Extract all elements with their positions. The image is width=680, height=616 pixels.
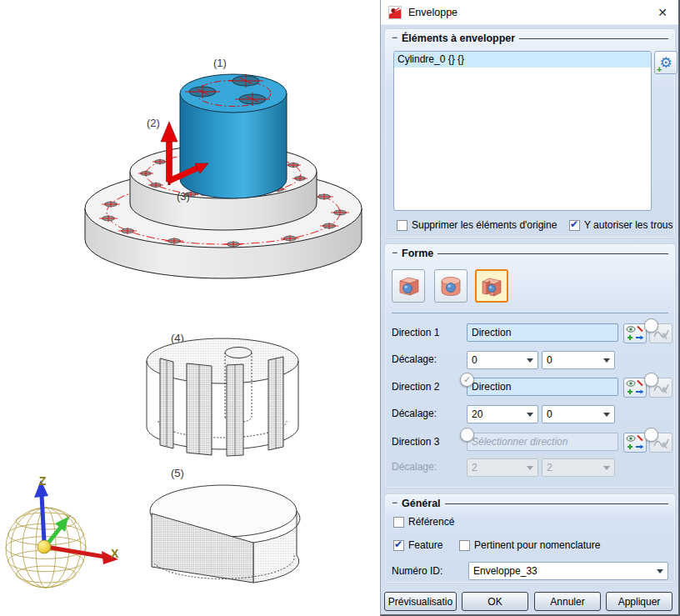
decalage1-combo-2[interactable]: 0 <box>542 351 615 369</box>
annotation-5: (5) <box>171 467 184 479</box>
eye-edit-icon <box>626 325 644 342</box>
forme-group: − Forme <box>384 243 676 488</box>
decalage3-combo-1: 2 <box>467 458 538 477</box>
direction3-toggle[interactable] <box>460 428 474 442</box>
direction1-input[interactable] <box>467 323 618 342</box>
decalage1-label: Décalage: <box>392 353 437 365</box>
group-rule <box>519 38 668 39</box>
trous-checkbox[interactable]: ✔ <box>569 220 580 231</box>
decalage2-label: Décalage: <box>392 408 437 419</box>
supprimer-checkbox[interactable] <box>397 220 408 231</box>
dropdown-arrow-icon <box>603 358 610 363</box>
feature-label: Feature <box>408 539 442 551</box>
nomenclature-checkbox-row[interactable]: Pertinent pour nomenclature <box>459 539 600 551</box>
dropdown-arrow-icon <box>603 413 610 417</box>
ok-button[interactable]: OK <box>462 592 528 611</box>
elements-group: − Éléments à envelopper Cylindre_0 {} {}… <box>384 28 676 238</box>
general-group-title: Général <box>402 498 441 509</box>
direction2-add-button[interactable] <box>623 378 647 398</box>
close-icon[interactable]: ✕ <box>654 5 671 20</box>
feature-checkbox[interactable]: ✔ <box>393 540 404 551</box>
shape-extruded-button[interactable] <box>475 269 508 303</box>
collapse-icon[interactable]: − <box>392 247 398 258</box>
direction2-toggle[interactable]: ✓ <box>460 373 474 387</box>
decalage2-combo-2[interactable]: 0 <box>542 405 615 423</box>
eye-edit-icon <box>626 434 644 451</box>
nomenclature-label: Pertinent pour nomenclature <box>474 539 600 551</box>
decalage2-value-1: 20 <box>472 408 482 420</box>
flange-cylinder-model: (1) (2) (3) <box>85 57 362 278</box>
elements-listbox[interactable]: Cylindre_0 {} {} <box>393 51 652 211</box>
collapse-icon[interactable]: − <box>392 497 398 508</box>
x-axis-label: X <box>111 547 119 560</box>
reference-checkbox[interactable] <box>393 517 404 528</box>
annotation-1: (1) <box>213 57 227 69</box>
check-icon: ✔ <box>570 218 578 230</box>
elements-group-title: Éléments à envelopper <box>402 33 515 44</box>
annotation-3: (3) <box>177 190 190 203</box>
decalage2-combo-1[interactable]: 20 <box>467 405 538 423</box>
eye-edit-icon <box>626 379 644 396</box>
origin-ball <box>38 540 51 553</box>
envelope-preview-grooved: (4) <box>147 332 298 456</box>
toggle-check-icon: ✓ <box>463 375 471 384</box>
enveloppe-dialog: Enveloppe ✕ − Éléments à envelopper Cyli… <box>380 0 680 616</box>
dropdown-arrow-icon <box>527 413 533 417</box>
reference-checkbox-row[interactable]: Référencé <box>393 516 454 528</box>
direction3-option-toggle[interactable] <box>644 428 658 442</box>
3d-scene: (1) (2) (3) (4) (5) <box>0 0 380 616</box>
general-group-header: − Général <box>392 497 668 510</box>
3d-viewport[interactable]: (1) (2) (3) (4) (5) <box>0 0 380 616</box>
direction3-input[interactable] <box>467 433 618 451</box>
direction2-label: Direction 2 <box>392 381 439 393</box>
coordinate-sphere: Z X Y <box>6 474 119 588</box>
enveloppe-app-icon <box>388 6 402 19</box>
numero-id-label: Numéro ID: <box>392 565 442 577</box>
direction3-add-button[interactable] <box>623 433 647 453</box>
forme-group-title: Forme <box>402 248 433 259</box>
annotation-2: (2) <box>147 117 160 129</box>
shape-box-button[interactable] <box>392 269 425 303</box>
direction2-input[interactable] <box>467 378 618 396</box>
direction1-add-button[interactable] <box>623 323 647 343</box>
decalage3-value-2: 2 <box>547 462 552 473</box>
extruded-shape-icon <box>479 273 504 298</box>
dialog-title: Enveloppe <box>408 7 458 18</box>
decalage3-label: Décalage: <box>392 461 437 473</box>
general-group: − Général Référencé ✔ Feature Pertinent … <box>384 493 676 583</box>
numero-id-value: Enveloppe_33 <box>473 565 538 577</box>
shape-cylinder-button[interactable] <box>434 269 468 303</box>
collapse-icon[interactable]: − <box>392 32 398 43</box>
supprimer-checkbox-row[interactable]: Supprimer les éléments d'origine <box>397 219 557 231</box>
dropdown-arrow-icon <box>527 466 533 470</box>
decalage2-value-2: 0 <box>547 408 552 420</box>
feature-checkbox-row[interactable]: ✔ Feature <box>393 539 442 551</box>
apply-button[interactable]: Appliquer <box>606 592 672 611</box>
direction3-label: Direction 3 <box>392 436 439 448</box>
check-icon: ✔ <box>394 538 402 550</box>
list-item[interactable]: Cylindre_0 {} {} <box>394 52 651 68</box>
trous-label: Y autoriser les trous <box>584 219 673 231</box>
decalage3-value-1: 2 <box>472 462 478 473</box>
elements-group-header: − Éléments à envelopper <box>392 32 668 45</box>
forme-group-header: − Forme <box>392 247 668 260</box>
y-axis-arrow <box>46 517 68 546</box>
numero-id-combo[interactable]: Enveloppe_33 <box>468 562 668 580</box>
cancel-button[interactable]: Annuler <box>534 592 601 611</box>
z-axis-label: Z <box>39 474 47 488</box>
box-shape-icon <box>396 273 421 298</box>
trous-checkbox-row[interactable]: ✔ Y autoriser les trous <box>569 219 673 231</box>
direction2-option-toggle[interactable] <box>644 373 658 387</box>
x-axis-arrow <box>46 547 118 564</box>
direction1-option-toggle[interactable] <box>644 318 658 333</box>
dropdown-arrow-icon <box>603 466 610 470</box>
preview-button[interactable]: Prévisualisatio <box>384 592 457 611</box>
decalage1-value-1: 0 <box>472 354 478 366</box>
direction1-label: Direction 1 <box>392 327 439 338</box>
add-elements-button[interactable]: ⚙ + <box>654 51 678 74</box>
decalage1-combo-1[interactable]: 0 <box>467 351 538 369</box>
plus-icon: + <box>657 65 662 73</box>
nomenclature-checkbox[interactable] <box>459 540 470 551</box>
decalage3-combo-2: 2 <box>542 458 615 477</box>
group-rule <box>445 503 668 504</box>
